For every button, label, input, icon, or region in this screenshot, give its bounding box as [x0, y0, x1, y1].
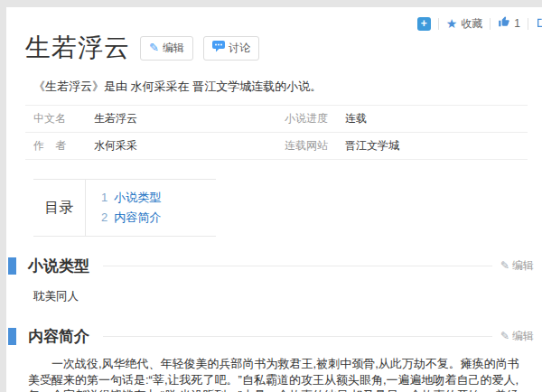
divider [528, 18, 528, 30]
toc-title: 目录 [33, 180, 86, 236]
infobox-row: 小说进度 连载 [276, 106, 528, 133]
divider [438, 18, 439, 30]
infobox-label: 作 者 [25, 138, 94, 154]
article-page: + ★ 收藏 1 生若浮云 ✎ 编辑 讨论 《生若浮云》是由 水何采采在 晋江文… [6, 7, 542, 392]
section-marker [8, 328, 16, 345]
divider [103, 336, 492, 337]
toc-item-novel-type[interactable]: 1小说类型 [101, 188, 161, 208]
divider [103, 266, 492, 266]
section-content: 耽美同人 [33, 289, 542, 304]
infobox-row: 作 者 水何采采 [25, 133, 276, 160]
star-icon[interactable]: ★ [446, 17, 458, 31]
infobox-row: 连载网站 晋江文学城 [276, 133, 528, 160]
favorite-button[interactable]: 收藏 [461, 16, 482, 32]
infobox-row: 中文名 生若浮云 [25, 106, 276, 133]
section-novel-type: 小说类型 ✎ 编辑 耽美同人 [6, 256, 542, 304]
edit-section-label: 编辑 [512, 329, 534, 344]
discuss-button[interactable]: 讨论 [203, 36, 259, 61]
section-title: 内容简介 [28, 326, 89, 347]
section-header: 内容简介 ✎ 编辑 [6, 326, 542, 346]
toc-item-number: 1 [101, 191, 107, 204]
add-app-icon[interactable]: + [417, 17, 431, 31]
article-summary: 《生若浮云》是由 水何采采在 晋江文学城连载的小说。 [33, 79, 526, 95]
pencil-icon: ✎ [500, 259, 509, 272]
infobox-label: 中文名 [25, 111, 94, 126]
table-of-contents: 目录 1小说类型 2内容简介 [33, 179, 216, 237]
edit-article-label: 编辑 [163, 41, 184, 56]
discussion-bubble-icon [212, 41, 225, 55]
thumbs-up-icon[interactable] [498, 15, 510, 32]
divider [490, 18, 491, 30]
section-header: 小说类型 ✎ 编辑 [6, 256, 542, 275]
infobox-value: 晋江文学城 [345, 138, 399, 154]
toc-list: 1小说类型 2内容简介 [86, 180, 161, 236]
like-count: 1 [514, 17, 520, 30]
section-content: 一次战役,风华绝代、年轻俊美的兵部尚书为救君王,被刺中颈骨,从此万劫不复。瘫痪的… [28, 356, 526, 392]
infobox-label: 连载网站 [276, 138, 345, 154]
section-content-intro: 内容简介 ✎ 编辑 一次战役,风华绝代、年轻俊美的兵部尚书为救君王,被刺中颈骨,… [6, 326, 542, 392]
edit-article-button[interactable]: ✎ 编辑 [140, 36, 193, 61]
article-header: 生若浮云 ✎ 编辑 讨论 [25, 31, 542, 65]
infobox-value: 生若浮云 [94, 111, 137, 126]
toc-item-label[interactable]: 小说类型 [114, 191, 161, 204]
toc-item-number: 2 [101, 210, 107, 224]
toc-item-content-intro[interactable]: 2内容简介 [101, 208, 161, 228]
edit-section-button[interactable]: ✎ 编辑 [500, 258, 534, 274]
infobox-value: 水何采采 [94, 138, 137, 154]
page-title: 生若浮云 [25, 31, 130, 65]
share-icon[interactable] [536, 14, 542, 33]
section-title: 小说类型 [28, 256, 89, 276]
top-toolbar: + ★ 收藏 1 [417, 15, 542, 32]
toc-item-label[interactable]: 内容简介 [114, 210, 161, 224]
pencil-icon: ✎ [149, 42, 159, 53]
infobox-value: 连载 [345, 111, 367, 126]
discuss-label: 讨论 [229, 41, 250, 56]
edit-section-label: 编辑 [512, 258, 534, 274]
infobox: 中文名 生若浮云 小说进度 连载 作 者 水何采采 连载网站 晋江文学城 [25, 105, 528, 160]
section-marker [8, 257, 16, 275]
pencil-icon: ✎ [500, 330, 509, 342]
infobox-label: 小说进度 [276, 111, 345, 126]
edit-section-button[interactable]: ✎ 编辑 [500, 329, 534, 344]
